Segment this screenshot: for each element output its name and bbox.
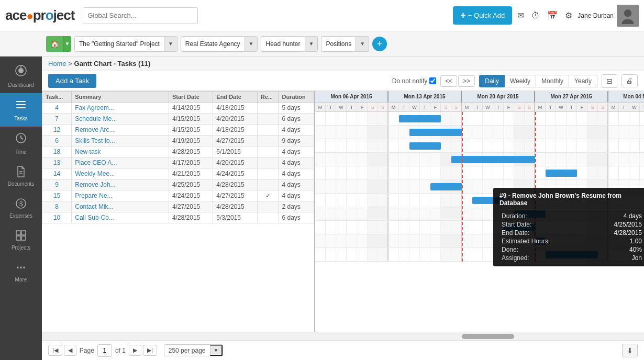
home-link[interactable]: Home bbox=[48, 60, 66, 68]
gantt-bar[interactable] bbox=[451, 156, 535, 163]
task-duration: 4 days bbox=[279, 168, 314, 179]
gantt-day-cell bbox=[472, 248, 483, 261]
page-next-button[interactable]: ▶ bbox=[129, 345, 141, 356]
layout-toggle-button[interactable]: ⊟ bbox=[602, 74, 617, 88]
sidebar-item-projects[interactable]: Projects bbox=[0, 224, 42, 256]
positions-label: Positions bbox=[321, 40, 356, 48]
task-summary[interactable]: Call Sub-Co... bbox=[72, 212, 169, 223]
per-page-dropdown-button[interactable]: ▼ bbox=[210, 345, 223, 356]
task-id[interactable]: 9 bbox=[42, 179, 72, 190]
svg-rect-19 bbox=[21, 236, 26, 240]
gantt-day-cell bbox=[347, 207, 357, 220]
table-row: 7 Schedule Me... 4/15/2015 4/20/2015 6 d… bbox=[42, 114, 314, 125]
nav-next-button[interactable]: >> bbox=[458, 75, 475, 87]
gantt-bar[interactable] bbox=[409, 142, 441, 150]
task-id[interactable]: 13 bbox=[42, 158, 72, 168]
gantt-day-cell bbox=[409, 221, 420, 234]
view-weekly-button[interactable]: Weekly bbox=[505, 75, 536, 87]
task-id[interactable]: 14 bbox=[42, 168, 72, 179]
avatar[interactable] bbox=[617, 5, 639, 27]
task-id[interactable]: 10 bbox=[42, 212, 72, 223]
view-daily-button[interactable]: Daily bbox=[479, 75, 505, 87]
page-number-input[interactable] bbox=[97, 344, 112, 357]
task-id[interactable]: 18 bbox=[42, 147, 72, 158]
gantt-day-cell bbox=[462, 234, 472, 248]
gantt-day-cell bbox=[326, 221, 336, 234]
page-last-button[interactable]: ▶| bbox=[143, 345, 157, 356]
nav-prev-button[interactable]: << bbox=[440, 75, 457, 87]
task-summary[interactable]: Place CEO A... bbox=[72, 158, 169, 168]
gantt-bar[interactable] bbox=[399, 115, 441, 122]
task-summary[interactable]: Skills Test fo... bbox=[72, 136, 169, 147]
gantt-row bbox=[315, 139, 644, 153]
task-id[interactable]: 7 bbox=[42, 114, 72, 125]
clock-icon[interactable]: ⏱ bbox=[529, 9, 542, 22]
sidebar-item-time[interactable]: Time bbox=[0, 127, 42, 160]
print-button[interactable]: 🖨 bbox=[621, 74, 638, 87]
settings-icon[interactable]: ⚙ bbox=[563, 8, 574, 22]
notify-checkbox[interactable] bbox=[429, 77, 436, 84]
view-monthly-button[interactable]: Monthly bbox=[536, 75, 569, 87]
task-summary[interactable]: Remove Joh... bbox=[72, 179, 169, 190]
home-button[interactable]: 🏠 bbox=[46, 36, 63, 52]
view-yearly-button[interactable]: Yearly bbox=[569, 75, 597, 87]
gantt-day-cell bbox=[441, 139, 451, 152]
task-summary[interactable]: Prepare Ne... bbox=[72, 190, 169, 201]
task-id[interactable]: 4 bbox=[42, 103, 72, 114]
gantt-day-cell bbox=[315, 153, 326, 166]
scroll-thumb[interactable] bbox=[462, 334, 514, 339]
task-summary[interactable]: Schedule Me... bbox=[72, 114, 169, 125]
quick-add-button[interactable]: + + Quick Add bbox=[453, 6, 512, 25]
task-id[interactable]: 12 bbox=[42, 125, 72, 136]
search-input[interactable] bbox=[83, 7, 198, 24]
task-end: 4/28/2015 bbox=[213, 201, 257, 212]
position-dropdown-button[interactable]: ▼ bbox=[305, 37, 318, 51]
day-header-cell: W bbox=[409, 103, 420, 112]
gantt-day-cell bbox=[409, 234, 420, 248]
task-summary[interactable]: New task bbox=[72, 147, 169, 158]
task-summary[interactable]: Remove Arc... bbox=[72, 125, 169, 136]
add-task-button[interactable]: Add a Task bbox=[48, 74, 96, 88]
sidebar-item-dashboard[interactable]: Dashboard bbox=[0, 59, 42, 93]
view-btn-group: Daily Weekly Monthly Yearly bbox=[479, 75, 597, 87]
gantt-day-cell bbox=[483, 248, 493, 261]
documents-label: Documents bbox=[8, 181, 35, 187]
task-end: 4/20/2015 bbox=[213, 114, 257, 125]
email-icon[interactable]: ✉ bbox=[515, 8, 526, 22]
sidebar-item-tasks[interactable]: Tasks bbox=[0, 93, 42, 127]
gantt-day-cell bbox=[462, 126, 472, 139]
gantt-day-cell bbox=[472, 166, 483, 179]
gantt-bar[interactable] bbox=[409, 129, 462, 136]
gantt-day-cell bbox=[535, 153, 546, 166]
task-id[interactable]: 8 bbox=[42, 201, 72, 212]
gantt-bar[interactable] bbox=[546, 170, 577, 177]
gantt-day-cell bbox=[493, 166, 504, 179]
project-dropdown-button[interactable]: ▼ bbox=[164, 37, 177, 51]
task-id[interactable]: 15 bbox=[42, 190, 72, 201]
task-summary[interactable]: Fax Agreem... bbox=[72, 103, 169, 114]
user-name: Jane Durban bbox=[578, 12, 614, 19]
sidebar-item-documents[interactable]: Documents bbox=[0, 160, 42, 192]
task-summary[interactable]: Contact Mik... bbox=[72, 201, 169, 212]
page-prev-button[interactable]: ◀ bbox=[64, 345, 76, 356]
col-duration: Duration bbox=[279, 92, 314, 103]
gantt-day-cell bbox=[378, 112, 388, 125]
export-button[interactable]: ⬇ bbox=[622, 344, 638, 357]
gantt-day-cell bbox=[409, 166, 420, 179]
gantt-day-cell bbox=[420, 180, 430, 193]
sidebar-item-more[interactable]: ··· More bbox=[0, 256, 42, 288]
positions-dropdown-button[interactable]: ▼ bbox=[356, 37, 369, 51]
app-logo[interactable]: ace●project bbox=[5, 7, 74, 24]
page-first-button[interactable]: |◀ bbox=[48, 345, 62, 356]
add-item-button[interactable]: + bbox=[372, 37, 387, 51]
gantt-day-cell bbox=[336, 221, 347, 234]
sidebar-item-expenses[interactable]: $ Expenses bbox=[0, 192, 42, 224]
home-dropdown-button[interactable]: ▼ bbox=[63, 36, 71, 52]
task-summary[interactable]: Weekly Mee... bbox=[72, 168, 169, 179]
calendar-icon[interactable]: 📅 bbox=[545, 8, 560, 22]
horizontal-scrollbar[interactable] bbox=[315, 332, 644, 340]
gantt-bar[interactable] bbox=[430, 183, 462, 190]
agency-dropdown-button[interactable]: ▼ bbox=[245, 37, 258, 51]
gantt-day-cell bbox=[441, 248, 451, 261]
task-id[interactable]: 6 bbox=[42, 136, 72, 147]
